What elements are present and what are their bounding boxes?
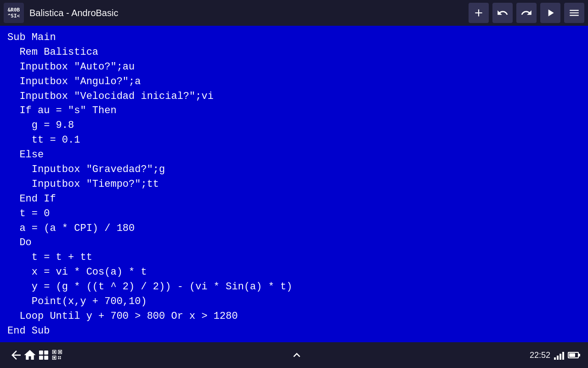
- undo-button[interactable]: [492, 3, 513, 23]
- signal-bar-3: [560, 354, 561, 360]
- signal-bars: [554, 351, 564, 360]
- app-logo: &R0B ^SI<: [4, 3, 24, 23]
- menu-icon: [568, 7, 580, 19]
- battery-fill: [569, 353, 575, 357]
- recents-icon: [37, 348, 51, 362]
- svg-rect-2: [39, 356, 43, 360]
- home-button[interactable]: [23, 348, 37, 362]
- plus-icon: [473, 7, 485, 19]
- undo-icon: [497, 7, 509, 19]
- svg-rect-1: [44, 351, 48, 355]
- redo-button[interactable]: [516, 3, 537, 23]
- recents-button[interactable]: [37, 348, 51, 362]
- code-content: Sub Main Rem Balistica Inputbox "Auto?";…: [7, 30, 581, 339]
- signal-bar-1: [554, 357, 556, 360]
- svg-rect-0: [39, 351, 43, 355]
- logo-line1: &R0B: [8, 7, 20, 13]
- add-button[interactable]: [469, 3, 489, 23]
- clock: 22:52: [530, 351, 550, 360]
- up-button[interactable]: [290, 348, 304, 362]
- signal-bar-4: [562, 352, 564, 360]
- title-bar: &R0B ^SI< Balistica - AndroBasic: [0, 0, 588, 26]
- redo-icon: [520, 7, 532, 19]
- menu-button[interactable]: [564, 3, 584, 23]
- battery-icon: [568, 352, 579, 358]
- home-icon: [23, 348, 37, 362]
- logo-line2: ^SI<: [8, 13, 20, 19]
- play-icon: [544, 7, 556, 19]
- qr-icon: [51, 348, 64, 362]
- app-title: Balistica - AndroBasic: [26, 8, 465, 18]
- signal-bar-2: [557, 356, 559, 360]
- qr-button[interactable]: [51, 348, 64, 362]
- code-area[interactable]: Sub Main Rem Balistica Inputbox "Auto?";…: [0, 26, 588, 342]
- svg-rect-3: [44, 356, 48, 360]
- back-icon: [9, 348, 23, 362]
- back-button[interactable]: [9, 348, 23, 362]
- play-button[interactable]: [540, 3, 560, 23]
- status-right: 22:52: [530, 351, 579, 360]
- up-icon: [290, 348, 304, 362]
- nav-bar: 22:52: [0, 342, 588, 368]
